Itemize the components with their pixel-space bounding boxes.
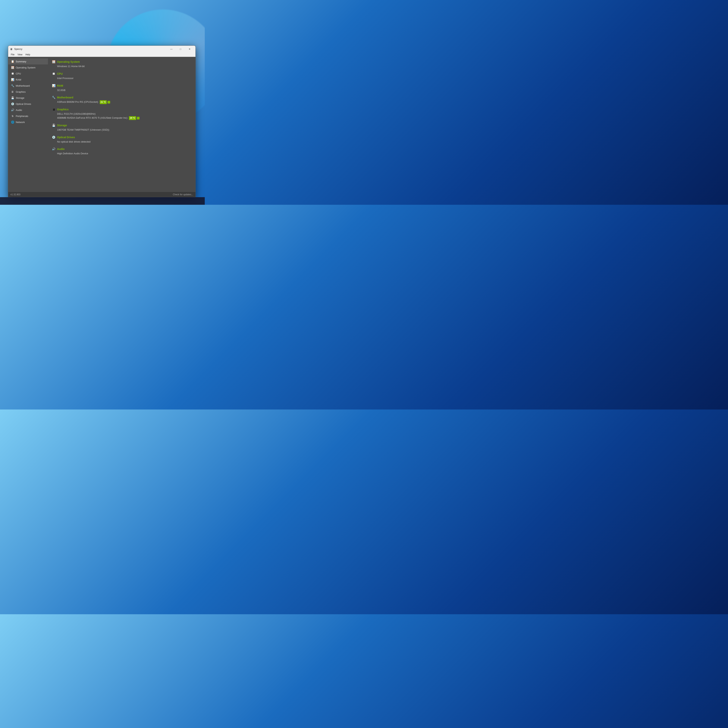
sidebar-item-label-storage: Storage [16,96,24,99]
version-label: v1.32.803 [11,193,20,196]
sidebar-item-motherboard[interactable]: 🔧Motherboard [8,83,48,89]
taskbar [0,197,205,205]
storage-nav-icon: 💾 [11,96,14,99]
section-header-audio: 🔊Audio [52,147,192,151]
section-line-storage-0: 1907GB TEAM TM8FP6002T (Unknown (SSD)) [57,128,192,132]
sidebar-item-label-network: Network [16,121,25,124]
section-audio: 🔊AudioHigh Definition Audio Device [52,147,192,156]
section-icon-os: 🪟 [52,60,55,64]
menu-file[interactable]: File [9,53,16,56]
window-controls: — □ ✕ [167,46,194,52]
section-icon-motherboard: 🔧 [52,96,55,99]
section-line-graphics-0: DELL P2217H (1920x1080@60Hz) [57,112,192,116]
section-content-motherboard: ASRock B660M Pro RS (CPUSocket)21 °C [52,100,192,104]
section-title-graphics[interactable]: Graphics [57,108,69,111]
temp-indicator-graphics [137,117,139,119]
section-content-optical: No optical disk drives detected [52,140,192,144]
sidebar-item-peripherals[interactable]: 🖱Peripherals [8,113,48,119]
section-line-graphics-1: 4089MB NVIDIA GeForce RTX 4070 Ti (ASUSt… [57,116,192,120]
close-button[interactable]: ✕ [185,46,194,52]
sidebar-item-graphics[interactable]: 🖥Graphics [8,89,48,95]
temp-badge-graphics: 29 °C [129,116,136,120]
sidebar-item-network[interactable]: 🌐Network [8,119,48,125]
sidebar-item-os[interactable]: 🪟Operating System [8,64,48,70]
minimize-button[interactable]: — [167,46,176,52]
sidebar-item-ram[interactable]: 📊RAM [8,76,48,83]
sidebar: 📋Summary🪟Operating System🔲CPU📊RAM🔧Mother… [8,57,48,192]
temp-indicator-motherboard [107,101,110,104]
section-content-storage: 1907GB TEAM TM8FP6002T (Unknown (SSD)) [52,128,192,132]
maximize-button[interactable]: □ [176,46,185,52]
section-icon-optical: 💿 [52,135,55,139]
sidebar-item-label-graphics: Graphics [16,90,26,93]
section-icon-graphics: 🖥 [52,107,55,111]
section-title-motherboard[interactable]: Motherboard [57,96,73,99]
section-title-optical[interactable]: Optical Drives [57,136,75,139]
summary-nav-icon: 📋 [11,60,14,63]
section-header-graphics: 🖥Graphics [52,107,192,111]
section-storage: 💾Storage1907GB TEAM TM8FP6002T (Unknown … [52,124,192,132]
menu-view[interactable]: View [16,53,24,56]
sidebar-item-audio[interactable]: 🔊Audio [8,107,48,113]
menu-help[interactable]: Help [24,53,32,56]
section-line-optical-0: No optical disk drives detected [57,140,192,144]
sidebar-item-summary[interactable]: 📋Summary [8,58,48,64]
section-line-motherboard-0: ASRock B660M Pro RS (CPUSocket)21 °C [57,100,192,104]
sidebar-item-label-peripherals: Peripherals [16,115,28,118]
section-motherboard: 🔧MotherboardASRock B660M Pro RS (CPUSock… [52,96,192,104]
menu-bar: File View Help [8,52,196,57]
section-ram: 📊RAM32.0GB [52,84,192,92]
section-icon-ram: 📊 [52,84,55,87]
cpu-nav-icon: 🔲 [11,72,14,75]
section-content-os: Windows 11 Home 64-bit [52,64,192,69]
sidebar-item-optical[interactable]: 💿Optical Drives [8,101,48,107]
window-title: Speccy [14,47,167,50]
section-content-graphics: DELL P2217H (1920x1080@60Hz)4089MB NVIDI… [52,112,192,120]
sidebar-item-label-ram: RAM [16,78,21,81]
ram-nav-icon: 📊 [11,78,14,81]
section-line-audio-0: High Definition Audio Device [57,152,192,156]
section-content-cpu: Intel Processor [52,76,192,80]
status-bar: v1.32.803 Check for updates... [8,192,196,197]
motherboard-nav-icon: 🔧 [11,84,14,87]
peripherals-nav-icon: 🖱 [11,114,14,118]
section-title-cpu[interactable]: CPU [57,72,63,75]
content-area: 📋Summary🪟Operating System🔲CPU📊RAM🔧Mother… [8,57,196,192]
section-header-os: 🪟Operating System [52,60,192,64]
os-nav-icon: 🪟 [11,66,14,69]
title-bar: 🖥 Speccy — □ ✕ [8,46,196,52]
section-icon-audio: 🔊 [52,147,55,151]
sidebar-item-storage[interactable]: 💾Storage [8,95,48,101]
sidebar-item-label-audio: Audio [16,109,22,112]
sidebar-item-label-cpu: CPU [16,72,21,75]
section-cpu: 🔲CPUIntel Processor [52,72,192,80]
section-os: 🪟Operating SystemWindows 11 Home 64-bit [52,60,192,69]
main-panel: 🪟Operating SystemWindows 11 Home 64-bit🔲… [48,57,196,192]
sidebar-item-label-motherboard: Motherboard [16,84,30,87]
temp-badge-motherboard: 21 °C [100,100,107,104]
sidebar-item-label-optical: Optical Drives [16,102,31,106]
network-nav-icon: 🌐 [11,120,14,124]
section-line-cpu-0: Intel Processor [57,76,192,80]
speccy-window: 🖥 Speccy — □ ✕ File View Help 📋Summary🪟O… [8,46,196,197]
section-optical: 💿Optical DrivesNo optical disk drives de… [52,135,192,144]
section-title-audio[interactable]: Audio [57,147,65,150]
section-graphics: 🖥GraphicsDELL P2217H (1920x1080@60Hz)408… [52,107,192,120]
section-content-audio: High Definition Audio Device [52,152,192,156]
section-title-storage[interactable]: Storage [57,124,67,127]
sidebar-item-cpu[interactable]: 🔲CPU [8,70,48,76]
section-icon-cpu: 🔲 [52,72,55,76]
sidebar-item-label-os: Operating System [16,66,35,69]
section-line-os-0: Windows 11 Home 64-bit [57,64,192,69]
optical-nav-icon: 💿 [11,102,14,106]
graphics-nav-icon: 🖥 [11,90,14,93]
section-header-motherboard: 🔧Motherboard [52,96,192,99]
check-updates-link[interactable]: Check for updates... [173,193,193,196]
section-title-os[interactable]: Operating System [57,60,80,63]
section-header-cpu: 🔲CPU [52,72,192,76]
section-title-ram[interactable]: RAM [57,84,63,87]
section-header-optical: 💿Optical Drives [52,135,192,139]
section-header-storage: 💾Storage [52,124,192,127]
app-icon: 🖥 [10,47,13,51]
sidebar-item-label-summary: Summary [16,60,26,63]
